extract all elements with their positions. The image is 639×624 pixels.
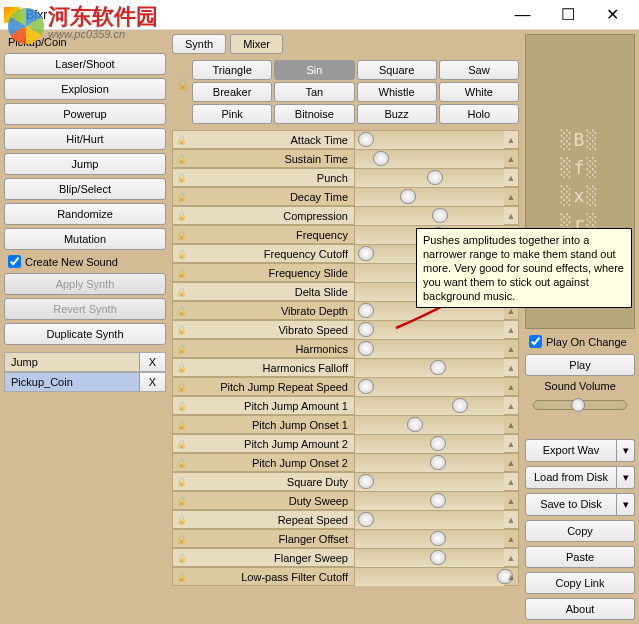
wave-pink[interactable]: Pink [192,104,272,124]
reset-icon[interactable]: ▲ [504,135,518,145]
preset-blip[interactable]: Blip/Select [4,178,166,200]
reset-icon[interactable]: ▲ [504,173,518,183]
slider-thumb[interactable] [358,379,374,394]
wave-saw[interactable]: Saw [439,60,519,80]
tab-mixer[interactable]: Mixer [230,34,283,54]
slider-thumb[interactable] [358,474,374,489]
volume-slider[interactable] [533,400,627,410]
save-dropdown[interactable]: ▾ [617,493,635,516]
param-slider[interactable] [354,435,504,453]
preset-mutation[interactable]: Mutation [4,228,166,250]
reset-icon[interactable]: ▲ [504,382,518,392]
param-slider[interactable] [354,188,504,206]
reset-icon[interactable]: ▲ [504,496,518,506]
param-slider[interactable] [354,359,504,377]
lock-icon[interactable]: 🔒 [173,496,189,506]
reset-icon[interactable]: ▲ [504,515,518,525]
play-button[interactable]: Play [525,354,635,376]
reset-icon[interactable]: ▲ [504,192,518,202]
create-new-checkbox[interactable] [8,255,21,268]
param-slider[interactable] [354,169,504,187]
slider-thumb[interactable] [432,208,448,223]
lock-icon[interactable]: 🔒 [173,344,189,354]
slider-thumb[interactable] [427,170,443,185]
save-button[interactable]: Save to Disk [525,493,617,516]
duplicate-synth-button[interactable]: Duplicate Synth [4,323,166,345]
lock-icon[interactable]: 🔒 [173,192,189,202]
reset-icon[interactable]: ▲ [504,458,518,468]
wave-buzz[interactable]: Buzz [357,104,437,124]
reset-icon[interactable]: ▲ [504,344,518,354]
preset-randomize[interactable]: Randomize [4,203,166,225]
preset-laser[interactable]: Laser/Shoot [4,53,166,75]
slider-thumb[interactable] [452,398,468,413]
load-dropdown[interactable]: ▾ [617,466,635,489]
lock-icon[interactable]: 🔒 [173,382,189,392]
lock-icon[interactable]: 🔒 [173,553,189,563]
preset-explosion[interactable]: Explosion [4,78,166,100]
lock-icon[interactable]: 🔒 [173,477,189,487]
slider-thumb[interactable] [358,132,374,147]
lock-icon[interactable]: 🔒 [173,249,189,259]
param-slider[interactable] [354,530,504,548]
slider-thumb[interactable] [430,531,446,546]
lock-icon[interactable]: 🔒 [173,363,189,373]
lock-icon[interactable]: 🔒 [173,135,189,145]
slider-thumb[interactable] [358,246,374,261]
maximize-button[interactable]: ☐ [545,0,590,29]
param-slider[interactable] [354,131,504,149]
reset-icon[interactable]: ▲ [504,211,518,221]
slider-thumb[interactable] [407,417,423,432]
preset-jump[interactable]: Jump [4,153,166,175]
lock-icon[interactable]: 🔒 [173,287,189,297]
reset-icon[interactable]: ▲ [504,534,518,544]
load-button[interactable]: Load from Disk [525,466,617,489]
play-on-change-checkbox[interactable] [529,335,542,348]
wave-whistle[interactable]: Whistle [357,82,437,102]
param-slider[interactable] [354,340,504,358]
lock-icon[interactable]: 🔒 [173,572,189,582]
wave-bitnoise[interactable]: Bitnoise [274,104,354,124]
param-slider[interactable] [354,150,504,168]
slider-thumb[interactable] [430,360,446,375]
param-slider[interactable] [354,492,504,510]
close-button[interactable]: ✕ [590,0,635,29]
reset-icon[interactable]: ▲ [504,572,518,582]
copy-button[interactable]: Copy [525,520,635,542]
export-wav-button[interactable]: Export Wav [525,439,617,462]
slider-thumb[interactable] [430,455,446,470]
sound-delete-button[interactable]: X [139,373,165,391]
param-slider[interactable] [354,416,504,434]
lock-icon[interactable]: 🔒 [173,534,189,544]
lock-icon[interactable]: 🔒 [176,78,190,91]
slider-thumb[interactable] [373,151,389,166]
lock-icon[interactable]: 🔒 [173,173,189,183]
tab-synth[interactable]: Synth [172,34,226,54]
param-slider[interactable] [354,549,504,567]
reset-icon[interactable]: ▲ [504,420,518,430]
wave-holo[interactable]: Holo [439,104,519,124]
reset-icon[interactable]: ▲ [504,154,518,164]
reset-icon[interactable]: ▲ [504,477,518,487]
revert-synth-button[interactable]: Revert Synth [4,298,166,320]
lock-icon[interactable]: 🔒 [173,154,189,164]
wave-white[interactable]: White [439,82,519,102]
slider-thumb[interactable] [358,512,374,527]
lock-icon[interactable]: 🔒 [173,515,189,525]
reset-icon[interactable]: ▲ [504,401,518,411]
wave-square[interactable]: Square [357,60,437,80]
lock-icon[interactable]: 🔒 [173,268,189,278]
param-slider[interactable] [354,378,504,396]
wave-sin[interactable]: Sin [274,60,354,80]
param-slider[interactable] [354,568,504,586]
lock-icon[interactable]: 🔒 [173,230,189,240]
reset-icon[interactable]: ▲ [504,363,518,373]
sound-item[interactable]: Pickup_Coin X [4,372,166,392]
reset-icon[interactable]: ▲ [504,439,518,449]
paste-button[interactable]: Paste [525,546,635,568]
slider-thumb[interactable] [358,303,374,318]
volume-thumb[interactable] [571,398,585,412]
reset-icon[interactable]: ▲ [504,553,518,563]
sound-item[interactable]: Jump X [4,352,166,372]
lock-icon[interactable]: 🔒 [173,420,189,430]
